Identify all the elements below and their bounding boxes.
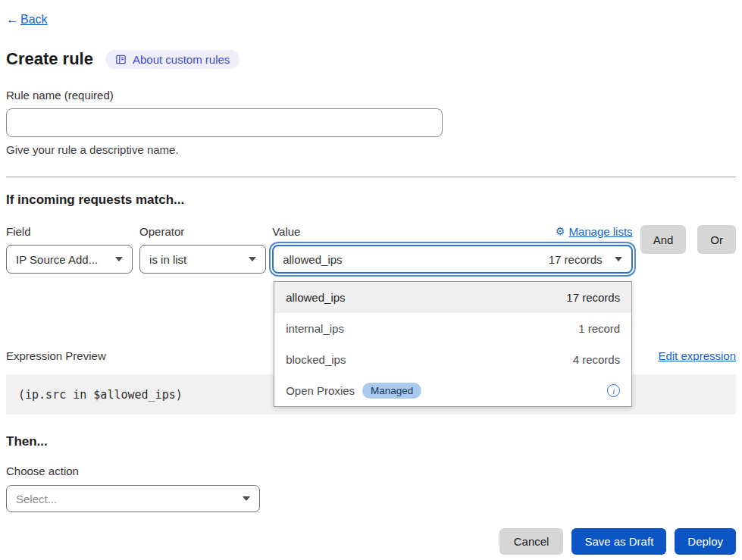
manage-lists-label: Manage lists <box>568 225 632 238</box>
option-name: internal_ips <box>286 322 344 335</box>
value-label-row: Value ⚙ Manage lists <box>272 225 632 237</box>
value-select[interactable]: allowed_ips 17 records <box>272 245 632 274</box>
managed-badge: Managed <box>362 383 421 399</box>
book-icon <box>115 54 127 65</box>
option-name-group: Open Proxies Managed <box>286 383 421 399</box>
operator-select-value: is in list <box>149 253 186 266</box>
option-name: Open Proxies <box>286 384 355 397</box>
field-select-value: IP Source Add... <box>16 253 98 266</box>
option-record-count: 4 records <box>573 353 621 366</box>
section-divider <box>6 177 736 177</box>
value-column: Value ⚙ Manage lists allowed_ips 17 reco… <box>272 225 632 274</box>
chevron-down-icon <box>615 257 622 261</box>
option-name: allowed_ips <box>286 291 345 304</box>
deploy-button[interactable]: Deploy <box>675 528 736 555</box>
about-custom-rules-link[interactable]: About custom rules <box>105 50 240 69</box>
back-row: ←Back <box>6 12 736 27</box>
rule-name-input[interactable] <box>6 108 443 137</box>
operator-select[interactable]: is in list <box>139 245 266 274</box>
list-dropdown: allowed_ips 17 records internal_ips 1 re… <box>274 281 632 407</box>
choose-action-label: Choose action <box>6 465 736 477</box>
value-select-value: allowed_ips <box>283 253 342 266</box>
value-select-right: 17 records <box>549 253 622 266</box>
field-column: Field IP Source Add... <box>6 225 133 274</box>
chevron-down-icon <box>243 496 250 501</box>
match-section-heading: If incoming requests match... <box>6 192 736 208</box>
cancel-button[interactable]: Cancel <box>499 528 564 555</box>
list-option-open-proxies[interactable]: Open Proxies Managed i <box>274 375 631 406</box>
or-button[interactable]: Or <box>697 225 736 254</box>
then-heading: Then... <box>6 434 736 449</box>
operator-label: Operator <box>139 225 266 237</box>
expression-preview-label: Expression Preview <box>6 349 106 362</box>
value-label: Value <box>272 225 300 237</box>
rule-name-section: Rule name (required) Give your rule a de… <box>6 89 736 156</box>
action-select-placeholder: Select... <box>16 493 57 505</box>
edit-expression-link[interactable]: Edit expression <box>658 349 736 362</box>
gear-icon: ⚙ <box>556 226 565 236</box>
option-record-count: 17 records <box>566 291 620 304</box>
field-select[interactable]: IP Source Add... <box>6 245 133 274</box>
expression-code: (ip.src in $allowed_ips) <box>18 388 183 402</box>
chevron-down-icon <box>115 257 123 261</box>
title-row: Create rule About custom rules <box>6 49 736 69</box>
page-title: Create rule <box>6 49 93 69</box>
option-record-count: 1 record <box>578 322 620 335</box>
rule-name-label: Rule name (required) <box>6 89 736 102</box>
back-arrow-icon: ← <box>6 12 19 27</box>
value-select-meta: 17 records <box>549 253 603 266</box>
info-icon[interactable]: i <box>607 384 620 397</box>
action-select[interactable]: Select... <box>6 485 260 512</box>
and-button[interactable]: And <box>640 225 687 254</box>
option-name: blocked_ips <box>286 353 346 366</box>
manage-lists-link[interactable]: ⚙ Manage lists <box>556 225 633 238</box>
footer-actions: Cancel Save as Draft Deploy <box>6 528 736 555</box>
list-option-blocked-ips[interactable]: blocked_ips 4 records <box>274 344 631 375</box>
chevron-down-icon <box>249 257 256 261</box>
operator-column: Operator is in list <box>139 225 266 274</box>
match-controls-row: Field IP Source Add... Operator is in li… <box>6 225 736 274</box>
create-rule-page: ←Back Create rule About custom rules Rul… <box>0 0 742 560</box>
list-option-allowed-ips[interactable]: allowed_ips 17 records <box>274 282 631 313</box>
field-label: Field <box>6 225 133 237</box>
save-as-draft-button[interactable]: Save as Draft <box>571 528 666 555</box>
rule-name-helper: Give your rule a descriptive name. <box>6 143 736 156</box>
back-link[interactable]: ←Back <box>6 12 48 27</box>
about-pill-label: About custom rules <box>133 53 230 66</box>
back-link-label: Back <box>20 13 48 27</box>
list-option-internal-ips[interactable]: internal_ips 1 record <box>274 313 631 344</box>
